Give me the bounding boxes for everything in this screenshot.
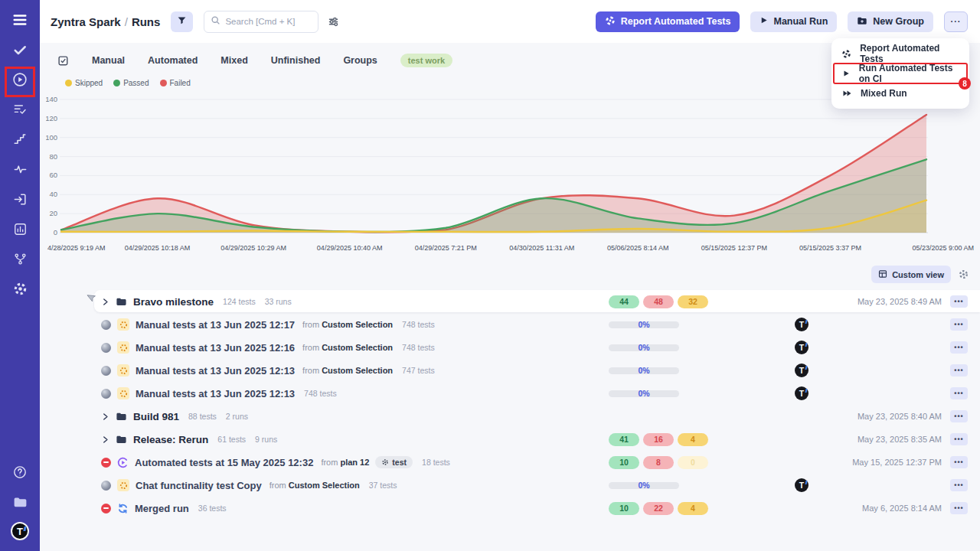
report-automated-tests-button[interactable]: Report Automated Tests bbox=[596, 11, 740, 32]
table-row[interactable]: Merged run36 tests10224May 6, 2025 8:14 … bbox=[100, 497, 969, 520]
area-chart: 020406080100120140 bbox=[46, 90, 934, 240]
table-row[interactable]: Manual tests at 13 Jun 2025 12:13from Cu… bbox=[100, 359, 969, 382]
steps-icon[interactable] bbox=[10, 129, 30, 149]
run-tag[interactable]: test bbox=[375, 456, 413, 468]
svg-text:120: 120 bbox=[46, 114, 57, 122]
ellipsis-icon: ··· bbox=[951, 17, 962, 26]
x-axis-label: 05/15/2025 12:37 PM bbox=[701, 244, 767, 252]
menu-item-run-automated-tests-on-ci[interactable]: Run Automated Tests on CI 8 bbox=[831, 64, 969, 83]
table-row[interactable]: Manual tests at 13 Jun 2025 12:16from Cu… bbox=[100, 336, 969, 359]
branch-icon[interactable] bbox=[10, 249, 30, 269]
table-row[interactable]: Manual tests at 13 Jun 2025 12:13748 tes… bbox=[100, 382, 969, 405]
row-more-button[interactable]: ••• bbox=[950, 433, 968, 445]
progress-bar: 0% bbox=[609, 321, 679, 328]
table-row[interactable]: Release: Rerun61 tests9 runs41164May 23,… bbox=[100, 428, 969, 451]
chart-x-axis-labels: 4/28/2025 9:19 AM04/29/2025 10:18 AM04/2… bbox=[46, 243, 974, 255]
row-more-button[interactable]: ••• bbox=[950, 364, 968, 377]
gear-icon[interactable] bbox=[10, 279, 30, 298]
tests-count: 36 tests bbox=[198, 504, 227, 513]
run-source: from Custom Selection bbox=[270, 481, 360, 490]
import-icon[interactable] bbox=[10, 189, 30, 209]
table-row[interactable]: Manual tests at 13 Jun 2025 12:17from Cu… bbox=[100, 313, 969, 336]
table-row[interactable]: Automated tests at 15 May 2025 12:32from… bbox=[100, 451, 969, 474]
runs-trend-chart: 020406080100120140 4/28/2025 9:19 AM04/2… bbox=[46, 90, 980, 255]
run-title: Manual tests at 13 Jun 2025 12:13 bbox=[136, 365, 295, 377]
new-group-button[interactable]: New Group bbox=[848, 11, 933, 32]
row-more-button[interactable]: ••• bbox=[950, 502, 968, 514]
list-settings-gear-icon[interactable] bbox=[958, 269, 969, 280]
passed-badge: 10 bbox=[609, 502, 639, 515]
table-row[interactable]: Bravo milestone124 tests33 runs444832May… bbox=[100, 290, 969, 313]
search-input[interactable] bbox=[225, 17, 312, 26]
row-content: Merged run36 tests bbox=[101, 503, 227, 514]
run-title: Manual tests at 13 Jun 2025 12:13 bbox=[136, 388, 295, 399]
custom-view-row: Custom view bbox=[40, 266, 969, 283]
menu-item-report-automated-tests[interactable]: Report Automated Tests bbox=[831, 44, 969, 64]
in-progress-icon bbox=[117, 387, 129, 399]
run-title: Chat functinality test Copy bbox=[136, 480, 262, 491]
folder-icon[interactable] bbox=[10, 492, 30, 512]
tag-test-work[interactable]: test work bbox=[400, 54, 452, 67]
tune-icon[interactable] bbox=[328, 16, 339, 28]
svg-text:140: 140 bbox=[46, 95, 57, 103]
row-more-button[interactable]: ••• bbox=[950, 295, 968, 308]
runs-icon[interactable] bbox=[10, 70, 30, 90]
row-more-button[interactable]: ••• bbox=[950, 456, 968, 468]
run-source: from Custom Selection bbox=[302, 366, 393, 375]
svg-text:40: 40 bbox=[49, 190, 57, 198]
filter-button[interactable] bbox=[171, 11, 193, 32]
row-more-button[interactable]: ••• bbox=[950, 318, 968, 331]
globe-icon bbox=[101, 389, 111, 399]
table-row[interactable]: Chat functinality test Copyfrom Custom S… bbox=[100, 474, 969, 497]
select-runs-icon[interactable] bbox=[57, 54, 69, 67]
tab-manual[interactable]: Manual bbox=[92, 55, 125, 66]
activity-icon[interactable] bbox=[10, 159, 30, 179]
tab-automated[interactable]: Automated bbox=[148, 55, 198, 66]
tab-mixed[interactable]: Mixed bbox=[220, 55, 247, 66]
runs-list: Bravo milestone124 tests33 runs444832May… bbox=[100, 290, 969, 520]
row-more-button[interactable]: ••• bbox=[950, 410, 968, 422]
app-logo[interactable]: T bbox=[11, 522, 29, 540]
row-more-button[interactable]: ••• bbox=[950, 387, 968, 399]
expand-chevron-icon[interactable] bbox=[101, 435, 109, 444]
passed-badge: 44 bbox=[609, 295, 639, 308]
run-date: May 23, 2025 8:49 AM bbox=[858, 297, 942, 306]
manual-run-button[interactable]: Manual Run bbox=[750, 11, 837, 32]
menu-item-mixed-run[interactable]: Mixed Run bbox=[831, 83, 969, 103]
more-actions-button[interactable]: ··· bbox=[944, 11, 968, 32]
row-more-button[interactable]: ••• bbox=[950, 479, 968, 491]
run-date: May 23, 2025 8:35 AM bbox=[858, 435, 942, 444]
failed-badge: 8 bbox=[643, 456, 674, 469]
row-content: Manual tests at 13 Jun 2025 12:17from Cu… bbox=[101, 318, 435, 331]
report-icon bbox=[605, 15, 616, 28]
list-check-icon[interactable] bbox=[10, 99, 30, 119]
x-axis-label: 05/23/2025 9:00 AM bbox=[912, 244, 974, 252]
failed-badge: 22 bbox=[643, 502, 674, 515]
legend-passed: Passed bbox=[113, 79, 149, 87]
tab-groups[interactable]: Groups bbox=[343, 55, 377, 66]
tests-count: 124 tests bbox=[223, 297, 256, 306]
runs-count: 9 runs bbox=[255, 435, 277, 444]
run-source: from Custom Selection bbox=[302, 320, 393, 329]
runs-count: 33 runs bbox=[265, 297, 292, 306]
breadcrumb-project[interactable]: Zyntra Spark bbox=[51, 15, 121, 28]
svg-text:20: 20 bbox=[49, 209, 57, 217]
check-icon[interactable] bbox=[10, 40, 30, 60]
row-more-button[interactable]: ••• bbox=[950, 341, 968, 354]
expand-chevron-icon[interactable] bbox=[101, 412, 109, 421]
custom-view-button[interactable]: Custom view bbox=[871, 266, 951, 283]
report-chart-icon[interactable] bbox=[10, 219, 30, 239]
table-row[interactable]: Build 98188 tests2 runsMay 23, 2025 8:40… bbox=[100, 405, 969, 428]
skipped-badge: 32 bbox=[678, 295, 708, 308]
x-axis-label: 04/29/2025 10:29 AM bbox=[220, 244, 286, 252]
tab-unfinished[interactable]: Unfinished bbox=[271, 55, 321, 66]
avatar: T bbox=[795, 364, 808, 377]
menu-icon[interactable] bbox=[10, 10, 30, 30]
skipped-dot-icon bbox=[65, 80, 72, 86]
expand-chevron-icon[interactable] bbox=[101, 298, 109, 306]
globe-icon bbox=[101, 366, 111, 376]
skipped-badge: 0 bbox=[678, 456, 708, 469]
row-content: Automated tests at 15 May 2025 12:32from… bbox=[101, 456, 450, 468]
help-icon[interactable] bbox=[10, 462, 30, 482]
search-box[interactable] bbox=[204, 11, 318, 33]
